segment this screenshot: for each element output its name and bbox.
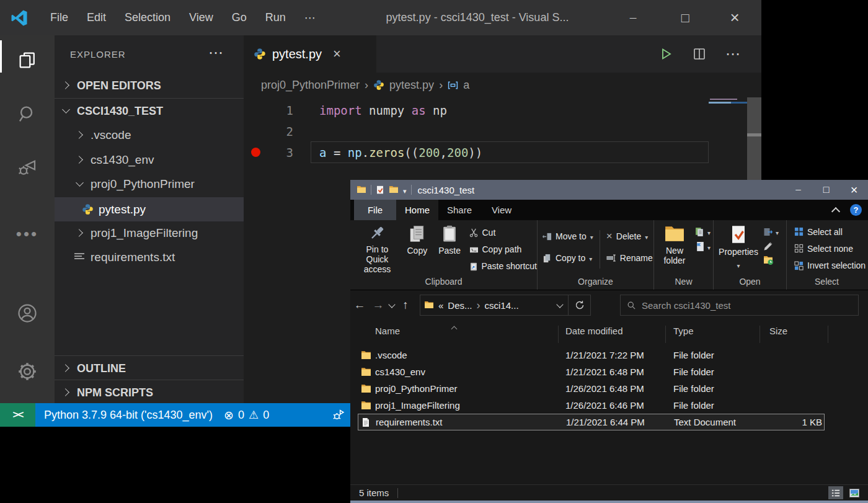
line-number[interactable]: 2	[268, 125, 293, 138]
column-divider[interactable]	[665, 326, 666, 343]
easy-access-button[interactable]	[695, 241, 711, 252]
tree-item-pytest-py[interactable]: pytest.py	[55, 197, 244, 221]
breadcrumb-file[interactable]: pytest.py	[389, 79, 434, 92]
menu-file[interactable]: File	[41, 0, 78, 35]
tab-close-icon[interactable]	[333, 46, 341, 62]
minimize-button[interactable]	[784, 180, 812, 200]
up-button[interactable]	[396, 298, 415, 312]
column-divider[interactable]	[828, 326, 828, 343]
menu-edit[interactable]: Edit	[78, 0, 115, 35]
refresh-button[interactable]	[569, 295, 591, 316]
breadcrumb-current-folder[interactable]: csci14...	[485, 300, 519, 311]
problems-status[interactable]: 0 0	[224, 408, 269, 422]
menu-more[interactable]: ⋯	[295, 0, 325, 35]
history-button[interactable]	[763, 256, 779, 265]
run-python-file-icon[interactable]	[658, 47, 673, 61]
breadcrumb-symbol[interactable]: a	[463, 79, 469, 92]
back-button[interactable]	[350, 298, 369, 312]
tree-item-vscode-folder[interactable]: .vscode	[55, 124, 244, 146]
collapse-ribbon-icon[interactable]	[832, 206, 839, 213]
menu-selection[interactable]: Selection	[115, 0, 180, 35]
explorer-icon[interactable]	[0, 40, 55, 80]
line-number[interactable]: 3	[268, 146, 293, 159]
tree-item-proj0[interactable]: proj0_PythonPrimer	[55, 173, 244, 195]
help-icon[interactable]: ?	[850, 204, 862, 216]
python-interpreter-status[interactable]: Python 3.7.9 64-bit ('cs1430_env')	[44, 409, 213, 422]
close-button[interactable]	[840, 180, 868, 200]
tree-item-proj1[interactable]: proj1_ImageFiltering	[55, 222, 244, 244]
file-row-proj0[interactable]: proj0_PythonPrimer 1/26/2021 6:48 PM Fil…	[358, 380, 825, 397]
pin-to-quick-access-button[interactable]: Pin to Quick access	[355, 225, 399, 274]
copy-to-button[interactable]: Copy to	[542, 251, 593, 265]
file-row-cs1430-env[interactable]: cs1430_env 1/21/2021 6:48 PM File folder	[358, 363, 825, 380]
sidebar-actions-icon[interactable]	[208, 44, 224, 61]
maximize-button[interactable]	[812, 180, 840, 200]
column-divider[interactable]	[760, 326, 760, 343]
paste-button[interactable]: Paste	[435, 225, 464, 256]
properties-shortcut-icon[interactable]	[376, 185, 384, 195]
column-date-modified[interactable]: Date modified	[565, 326, 623, 336]
more-actions-icon[interactable]	[725, 45, 740, 63]
maximize-button[interactable]	[671, 0, 699, 35]
tree-item-requirements-txt[interactable]: requirements.txt	[55, 246, 244, 269]
rename-button[interactable]: Rename	[606, 251, 653, 265]
scrollbar-slider[interactable]	[747, 97, 761, 184]
tab-view[interactable]: View	[480, 200, 523, 220]
column-divider[interactable]	[558, 326, 559, 343]
menu-go[interactable]: Go	[223, 0, 256, 35]
move-to-button[interactable]: Move to	[542, 229, 593, 244]
account-icon[interactable]	[0, 293, 55, 333]
tab-home[interactable]: Home	[396, 200, 438, 220]
cut-button[interactable]: Cut	[469, 225, 538, 240]
column-size[interactable]: Size	[769, 326, 787, 336]
search-icon[interactable]	[0, 94, 55, 134]
run-debug-icon[interactable]	[0, 148, 55, 188]
copy-path-button[interactable]: Copy path	[469, 242, 538, 257]
file-row-requirements-txt[interactable]: requirements.txt 1/21/2021 6:44 PM Text …	[358, 414, 825, 430]
recent-locations-caret-icon[interactable]	[388, 301, 396, 309]
section-open-editors[interactable]: OPEN EDITORS	[55, 74, 244, 97]
folder-shortcut-icon[interactable]	[389, 185, 399, 194]
breadcrumb-desktop[interactable]: Des...	[448, 300, 472, 311]
menu-run[interactable]: Run	[256, 0, 295, 35]
new-item-button[interactable]	[695, 226, 711, 237]
split-editor-icon[interactable]	[692, 47, 707, 61]
column-type[interactable]: Type	[673, 326, 694, 336]
tab-share[interactable]: Share	[438, 200, 480, 220]
tree-item-cs1430-env[interactable]: cs1430_env	[55, 149, 244, 171]
tab-pytest-py[interactable]: pytest.py	[244, 35, 376, 73]
settings-gear-icon[interactable]	[0, 352, 55, 391]
open-button[interactable]	[763, 226, 779, 237]
file-row-proj1[interactable]: proj1_ImageFiltering 1/26/2021 6:46 PM F…	[358, 397, 825, 414]
thumbnail-view-button[interactable]	[847, 486, 862, 499]
forward-button[interactable]	[369, 298, 388, 312]
minimize-button[interactable]	[619, 0, 647, 35]
delete-button[interactable]: Delete	[606, 229, 653, 244]
section-outline[interactable]: OUTLINE	[55, 357, 244, 380]
details-view-button[interactable]	[828, 486, 843, 499]
select-none-button[interactable]: Select none	[794, 242, 853, 255]
debug-status-icon[interactable]	[330, 407, 346, 423]
invert-selection-button[interactable]: Invert selection	[794, 259, 866, 272]
customize-toolbar-caret-icon[interactable]	[403, 185, 407, 195]
search-box[interactable]	[620, 295, 859, 316]
select-all-button[interactable]: Select all	[794, 225, 843, 238]
edit-button[interactable]	[763, 241, 779, 251]
address-dropdown-caret-icon[interactable]	[556, 301, 564, 309]
tree-root-csci1430-test[interactable]: CSCI1430_TEST	[55, 100, 244, 122]
search-input[interactable]	[642, 300, 852, 311]
more-views-icon[interactable]: •••	[0, 214, 55, 254]
breadcrumb-folder[interactable]: proj0_PythonPrimer	[261, 79, 360, 92]
paste-shortcut-button[interactable]: Paste shortcut	[469, 259, 538, 274]
copy-button[interactable]: Copy	[404, 225, 430, 256]
file-row-vscode[interactable]: .vscode 1/21/2021 7:22 PM File folder	[358, 347, 825, 363]
menu-view[interactable]: View	[180, 0, 223, 35]
column-name[interactable]: Name	[375, 326, 400, 336]
remote-indicator[interactable]	[0, 403, 35, 427]
tab-file[interactable]: File	[354, 200, 396, 220]
properties-button[interactable]: Properties	[719, 225, 758, 270]
section-npm-scripts[interactable]: NPM SCRIPTS	[55, 381, 244, 404]
close-button[interactable]	[720, 0, 749, 35]
new-folder-button[interactable]: New folder	[659, 225, 690, 265]
line-number[interactable]: 1	[268, 104, 293, 117]
